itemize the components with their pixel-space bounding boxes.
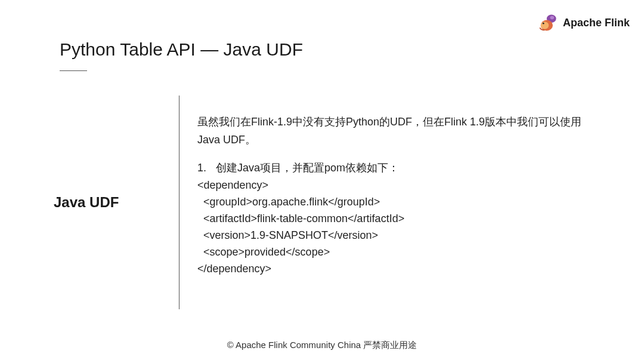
intro-paragraph: 虽然我们在Flink-1.9中没有支持Python的UDF，但在Flink 1.… <box>197 113 584 149</box>
step-text: 创建Java项目，并配置pom依赖如下： <box>216 162 399 174</box>
svg-point-3 <box>550 16 554 20</box>
right-column: 虽然我们在Flink-1.9中没有支持Python的UDF，但在Flink 1.… <box>179 96 596 309</box>
pom-dependency-code: <dependency> <groupId>org.apache.flink</… <box>197 177 584 277</box>
flink-squirrel-logo-icon <box>537 12 558 33</box>
brand-header: Apache Flink <box>537 12 630 33</box>
content-area: Java UDF 虽然我们在Flink-1.9中没有支持Python的UDF，但… <box>48 96 596 309</box>
svg-point-2 <box>541 21 549 29</box>
slide-title: Python Table API — Java UDF <box>60 39 303 60</box>
svg-point-4 <box>543 23 544 24</box>
title-underline <box>60 70 87 71</box>
step-number: 1. <box>197 159 213 177</box>
left-column: Java UDF <box>48 96 179 309</box>
brand-name: Apache Flink <box>563 17 630 29</box>
step-line: 1. 创建Java项目，并配置pom依赖如下： <box>197 159 584 177</box>
footer-text: © Apache Flink Community China 严禁商业用途 <box>0 340 644 351</box>
sidebar-label: Java UDF <box>54 194 119 211</box>
